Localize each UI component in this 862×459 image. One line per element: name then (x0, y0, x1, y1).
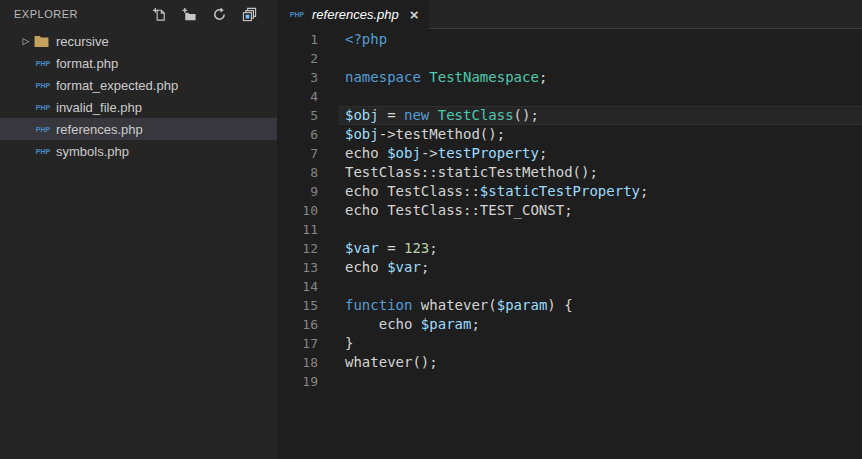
line-number: 13 (277, 258, 338, 277)
line-number: 1 (277, 30, 338, 49)
vscode-window: EXPLORER (0, 0, 862, 459)
code-line-content: TestClass::staticTestMethod(); (338, 163, 862, 182)
code-line-content: $obj = new TestClass(); (338, 106, 862, 125)
code-line-3[interactable]: 3namespace TestNamespace; (277, 68, 862, 87)
code-line-content: function whatever($param) { (338, 296, 862, 315)
code-line-16[interactable]: 16 echo $param; (277, 315, 862, 334)
explorer-title: EXPLORER (14, 8, 78, 20)
line-number: 6 (277, 125, 338, 144)
file-label: references.php (56, 122, 143, 137)
file-row-format-php[interactable]: PHPformat.php (0, 52, 277, 74)
line-number: 16 (277, 315, 338, 334)
code-line-content: whatever(); (338, 353, 862, 372)
code-line-6[interactable]: 6$obj->testMethod(); (277, 125, 862, 144)
php-file-icon: PHP (33, 82, 53, 89)
code-line-8[interactable]: 8TestClass::staticTestMethod(); (277, 163, 862, 182)
line-number: 14 (277, 277, 338, 296)
new-folder-icon[interactable] (181, 6, 197, 22)
code-line-content: echo $param; (338, 315, 862, 334)
code-line-17[interactable]: 17} (277, 334, 862, 353)
php-file-icon: PHP (33, 104, 53, 111)
code-line-content: $obj->testMethod(); (338, 125, 862, 144)
line-number: 10 (277, 201, 338, 220)
line-number: 18 (277, 353, 338, 372)
code-line-content: namespace TestNamespace; (338, 68, 862, 87)
refresh-icon[interactable] (211, 6, 227, 22)
line-number: 17 (277, 334, 338, 353)
line-number: 9 (277, 182, 338, 201)
line-number: 5 (277, 106, 338, 125)
code-line-content (338, 220, 862, 239)
line-number: 2 (277, 49, 338, 68)
code-line-11[interactable]: 11 (277, 220, 862, 239)
explorer-actions (151, 6, 257, 22)
php-file-icon: PHP (33, 60, 53, 67)
code-line-18[interactable]: 18whatever(); (277, 353, 862, 372)
code-line-10[interactable]: 10echo TestClass::TEST_CONST; (277, 201, 862, 220)
line-number: 4 (277, 87, 338, 106)
file-row-format-expected-php[interactable]: PHPformat_expected.php (0, 74, 277, 96)
chevron-right-icon: ▷ (18, 36, 34, 46)
line-number: 11 (277, 220, 338, 239)
file-row-recursive[interactable]: ▷recursive (0, 30, 277, 52)
line-number: 3 (277, 68, 338, 87)
code-line-content (338, 277, 862, 296)
file-label: symbols.php (56, 144, 129, 159)
code-line-content: $var = 123; (338, 239, 862, 258)
file-tree: ▷recursivePHPformat.phpPHPformat_expecte… (0, 30, 277, 162)
code-line-13[interactable]: 13echo $var; (277, 258, 862, 277)
file-row-symbols-php[interactable]: PHPsymbols.php (0, 140, 277, 162)
code-line-7[interactable]: 7echo $obj->testProperty; (277, 144, 862, 163)
code-editor[interactable]: 1<?php23namespace TestNamespace;45$obj =… (277, 29, 862, 459)
code-line-1[interactable]: 1<?php (277, 30, 862, 49)
line-number: 15 (277, 296, 338, 315)
new-file-icon[interactable] (151, 6, 167, 22)
code-line-content: echo TestClass::TEST_CONST; (338, 201, 862, 220)
code-line-4[interactable]: 4 (277, 87, 862, 106)
code-line-9[interactable]: 9echo TestClass::$staticTestProperty; (277, 182, 862, 201)
code-line-content: echo $var; (338, 258, 862, 277)
file-label: invalid_file.php (56, 100, 142, 115)
file-label: format_expected.php (56, 78, 178, 93)
explorer-sidebar: EXPLORER (0, 0, 277, 459)
close-icon[interactable]: × (408, 7, 419, 22)
code-line-content: <?php (338, 30, 862, 49)
tab-references-php[interactable]: PHP references.php × (277, 0, 429, 29)
code-line-15[interactable]: 15function whatever($param) { (277, 296, 862, 315)
code-line-19[interactable]: 19 (277, 372, 862, 391)
code-line-content: echo TestClass::$staticTestProperty; (338, 182, 862, 201)
tab-label: references.php (312, 7, 402, 22)
file-row-invalid-file-php[interactable]: PHPinvalid_file.php (0, 96, 277, 118)
code-line-content: echo $obj->testProperty; (338, 144, 862, 163)
php-file-icon: PHP (288, 11, 306, 18)
code-line-content (338, 372, 862, 391)
code-line-14[interactable]: 14 (277, 277, 862, 296)
line-number: 12 (277, 239, 338, 258)
file-row-references-php[interactable]: PHPreferences.php (0, 118, 277, 140)
code-line-12[interactable]: 12$var = 123; (277, 239, 862, 258)
line-number: 7 (277, 144, 338, 163)
php-file-icon: PHP (33, 126, 53, 133)
tab-bar: PHP references.php × (277, 0, 862, 29)
folder-icon (34, 35, 49, 48)
collapse-all-icon[interactable] (241, 6, 257, 22)
line-number: 19 (277, 372, 338, 391)
php-file-icon: PHP (33, 148, 53, 155)
editor-group: PHP references.php × 1<?php23namespace T… (277, 0, 862, 459)
code-line-content (338, 87, 862, 106)
code-line-2[interactable]: 2 (277, 49, 862, 68)
code-line-5[interactable]: 5$obj = new TestClass(); (277, 106, 862, 125)
code-line-content (338, 49, 862, 68)
code-line-content: } (338, 334, 862, 353)
explorer-header: EXPLORER (0, 0, 277, 28)
file-label: format.php (56, 56, 118, 71)
line-number: 8 (277, 163, 338, 182)
file-label: recursive (56, 34, 109, 49)
